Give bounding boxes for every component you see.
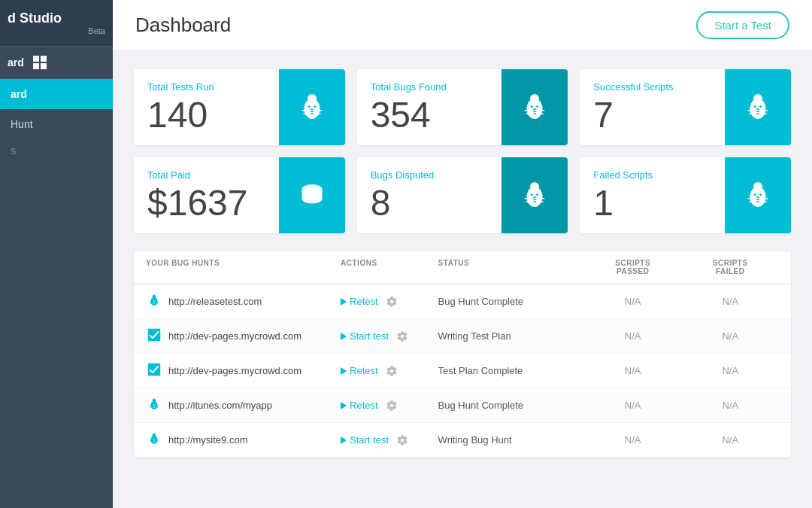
action-button[interactable]: Retest [341, 296, 378, 307]
table-body: http://releasetest.com Retest Bug Hunt C… [134, 284, 791, 458]
svg-rect-115 [153, 442, 156, 443]
cell-actions: Retest [341, 400, 438, 412]
stat-label-4: Bugs Disputed [371, 169, 489, 181]
gear-icon[interactable] [386, 365, 398, 377]
action-label: Start test [350, 434, 389, 446]
svg-rect-70 [756, 199, 760, 200]
stat-icon-1 [501, 69, 568, 145]
start-test-button[interactable]: Start a Test [696, 11, 789, 39]
svg-point-47 [530, 182, 539, 191]
stat-value-5: 1 [593, 185, 711, 221]
table-row: http://releasetest.com Retest Bug Hunt C… [134, 284, 791, 319]
svg-point-8 [308, 105, 310, 108]
svg-rect-100 [153, 406, 156, 407]
svg-rect-63 [747, 198, 752, 199]
stat-icon-5 [725, 157, 791, 233]
page-title: Dashboard [135, 14, 231, 37]
action-button[interactable]: Start test [341, 434, 389, 446]
sidebar: d Studio Beta ard ard Hunt s [0, 0, 113, 508]
cell-actions: Start test [341, 330, 438, 342]
row-icon [146, 430, 162, 449]
cell-actions: Start test [341, 434, 438, 446]
cell-scripts-passed: N/A [584, 434, 682, 446]
gear-icon[interactable] [386, 296, 398, 308]
table-header: YOUR BUG HUNTS ACTIONS STATUS SCRIPTSPAS… [134, 251, 791, 284]
stat-info-1: Total Bugs Found 354 [357, 69, 502, 145]
svg-rect-84 [153, 303, 156, 303]
svg-rect-23 [533, 108, 537, 110]
col-status: STATUS [438, 259, 584, 275]
svg-rect-24 [533, 111, 537, 112]
brand: d Studio Beta [0, 0, 113, 47]
svg-rect-83 [153, 301, 156, 302]
cell-url: http://dev-pages.mycrowd.com [146, 327, 341, 345]
svg-rect-56 [533, 196, 537, 198]
main-area: Dashboard Start a Test Total Tests Run 1… [113, 0, 812, 508]
action-label: Retest [350, 365, 378, 376]
svg-point-112 [155, 438, 156, 439]
svg-rect-31 [763, 110, 768, 111]
play-icon [341, 402, 347, 409]
action-label: Retest [350, 296, 378, 307]
row-url: http://mysite9.com [168, 434, 247, 446]
svg-rect-64 [763, 198, 768, 199]
row-icon [146, 292, 162, 311]
stat-label-2: Successful Scripts [593, 81, 711, 93]
stat-icon-4 [501, 157, 568, 233]
svg-rect-5 [317, 110, 322, 111]
grid-icon[interactable] [33, 56, 47, 69]
gear-icon[interactable] [396, 434, 408, 446]
svg-rect-38 [756, 113, 760, 114]
row-url: http://itunes.com/myapp [168, 400, 272, 411]
gear-icon[interactable] [396, 330, 408, 342]
svg-point-35 [759, 105, 762, 108]
stat-info-3: Total Paid $1637 [134, 157, 279, 233]
action-button[interactable]: Retest [341, 400, 378, 411]
status-text: Bug Hunt Complete [438, 296, 523, 307]
gear-icon[interactable] [386, 400, 398, 412]
sidebar-item-dashboard[interactable]: ard [0, 79, 113, 109]
content-area: Total Tests Run 140 Total Bugs Found 354… [113, 51, 812, 508]
svg-rect-95 [157, 407, 159, 408]
action-button[interactable]: Start test [341, 330, 389, 342]
stat-info-5: Failed Scripts 1 [580, 157, 725, 233]
svg-rect-106 [149, 440, 150, 441]
stat-info-4: Bugs Disputed 8 [357, 157, 502, 233]
stat-value-0: 140 [147, 97, 265, 133]
svg-rect-71 [756, 201, 760, 202]
svg-rect-11 [310, 111, 314, 112]
table-row: http://dev-pages.mycrowd.com Retest Test… [134, 354, 791, 388]
col-actions: ACTIONS [341, 259, 438, 275]
col-scripts-passed: SCRIPTSPASSED [584, 259, 682, 275]
beta-label: Beta [8, 26, 105, 35]
svg-rect-25 [533, 113, 537, 114]
cell-status: Bug Hunt Complete [438, 400, 584, 411]
svg-point-54 [531, 193, 533, 196]
cell-status: Test Plan Complete [438, 365, 584, 376]
status-text: Test Plan Complete [438, 365, 523, 376]
row-url: http://dev-pages.mycrowd.com [168, 365, 301, 376]
action-button[interactable]: Retest [341, 365, 378, 376]
col-scripts-failed: SCRIPTSFAILED [681, 259, 779, 275]
svg-point-67 [754, 193, 756, 196]
bug-hunts-table: YOUR BUG HUNTS ACTIONS STATUS SCRIPTSPAS… [134, 251, 791, 458]
cell-actions: Retest [341, 365, 438, 377]
row-url: http://dev-pages.mycrowd.com [168, 330, 301, 342]
stat-icon-3 [279, 157, 345, 233]
scripts-passed-value: N/A [625, 330, 641, 342]
sidebar-item-hunt[interactable]: Hunt [0, 109, 113, 139]
brand-name: d Studio [8, 11, 62, 26]
stat-label-3: Total Paid [147, 169, 265, 181]
action-label: Start test [350, 330, 389, 342]
stat-card-2: Successful Scripts 7 [580, 69, 791, 145]
cell-status: Writing Bug Hunt [438, 434, 584, 446]
svg-point-34 [754, 105, 756, 108]
stat-card-4: Bugs Disputed 8 [357, 157, 568, 233]
header: Dashboard Start a Test [113, 0, 812, 51]
scripts-failed-value: N/A [722, 434, 738, 446]
svg-rect-99 [153, 405, 156, 406]
svg-point-22 [537, 105, 539, 108]
cell-status: Writing Test Plan [438, 330, 584, 342]
stat-card-0: Total Tests Run 140 [134, 69, 345, 145]
svg-rect-92 [149, 406, 150, 406]
